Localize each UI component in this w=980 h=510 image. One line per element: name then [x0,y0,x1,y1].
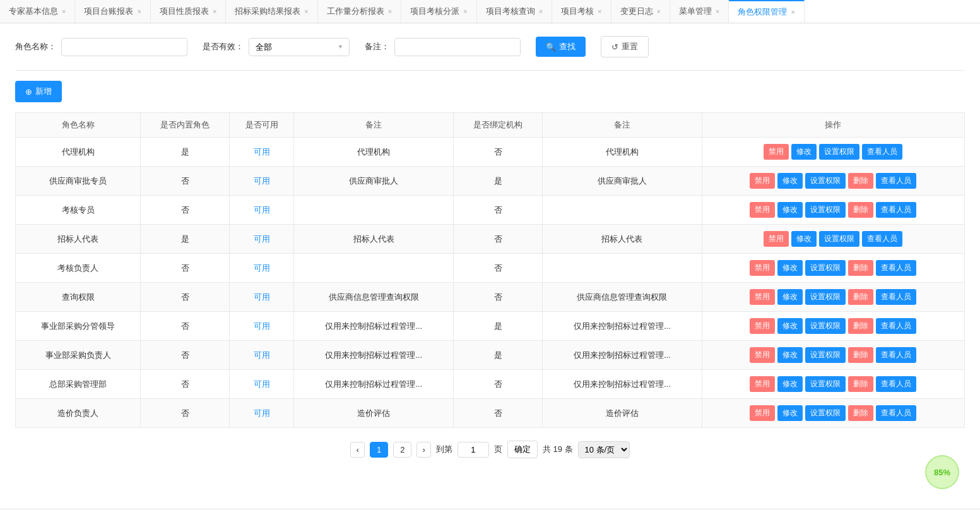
view-btn-3[interactable]: 查看人员 [862,231,902,247]
edit-btn-1[interactable]: 修改 [777,173,803,189]
delete-btn-1[interactable]: 删除 [848,173,873,189]
prev-page-button[interactable]: ‹ [350,442,364,458]
disable-btn-7[interactable]: 禁用 [750,347,775,363]
disable-btn-0[interactable]: 禁用 [764,144,789,160]
disable-btn-5[interactable]: 禁用 [750,289,775,305]
cell-3-5: 招标人代表 [542,225,702,254]
edit-btn-0[interactable]: 修改 [791,144,817,160]
permission-btn-9[interactable]: 设置权限 [805,405,846,421]
per-page-select[interactable]: 10 条/页 20 条/页 50 条/页 [578,441,630,458]
tab-close-icon[interactable]: × [213,8,216,15]
role-name-input[interactable] [61,38,187,56]
disable-btn-4[interactable]: 禁用 [750,260,775,276]
tab-close-icon[interactable]: × [304,8,308,15]
tab-close-icon[interactable]: × [598,8,601,15]
cell-6-2: 可用 [230,312,294,341]
tab-close-icon[interactable]: × [137,8,141,15]
permission-btn-3[interactable]: 设置权限 [819,231,859,247]
reset-icon: ↺ [611,42,618,52]
tab-item-5[interactable]: 项目考核分派× [401,0,476,23]
tab-close-icon[interactable]: × [62,8,66,15]
disable-btn-1[interactable]: 禁用 [750,173,775,189]
permission-btn-0[interactable]: 设置权限 [819,144,859,160]
edit-btn-8[interactable]: 修改 [777,376,803,392]
tab-item-10[interactable]: 角色权限管理× [729,0,804,23]
view-btn-1[interactable]: 查看人员 [876,173,916,189]
action-cell-7: 禁用修改设置权限删除查看人员 [702,341,964,370]
action-buttons-3: 禁用修改设置权限查看人员 [707,231,959,247]
table-row: 查询权限否可用供应商信息管理查询权限否供应商信息管理查询权限禁用修改设置权限删除… [16,283,965,312]
table-row: 考核负责人否可用否禁用修改设置权限删除查看人员 [16,254,965,283]
permission-btn-4[interactable]: 设置权限 [805,260,846,276]
edit-btn-2[interactable]: 修改 [777,202,803,218]
disable-btn-2[interactable]: 禁用 [750,202,775,218]
permission-btn-1[interactable]: 设置权限 [805,173,846,189]
disable-btn-8[interactable]: 禁用 [750,376,775,392]
goto-input[interactable] [458,442,489,458]
cell-8-0: 总部采购管理部 [16,370,141,399]
permission-btn-6[interactable]: 设置权限 [805,318,846,334]
view-btn-6[interactable]: 查看人员 [876,318,916,334]
delete-btn-7[interactable]: 删除 [848,347,873,363]
edit-btn-4[interactable]: 修改 [777,260,803,276]
cell-1-2: 可用 [230,167,294,196]
next-page-button[interactable]: › [416,442,430,458]
edit-btn-6[interactable]: 修改 [777,318,803,334]
view-btn-8[interactable]: 查看人员 [876,376,916,392]
permission-btn-8[interactable]: 设置权限 [805,376,846,392]
delete-btn-9[interactable]: 删除 [848,405,873,421]
tab-item-3[interactable]: 招标采购结果报表× [226,0,317,23]
tab-item-4[interactable]: 工作量分析报表× [318,0,401,23]
permission-btn-2[interactable]: 设置权限 [805,202,846,218]
delete-btn-6[interactable]: 删除 [848,318,873,334]
tab-close-icon[interactable]: × [716,8,719,15]
remark-label: 备注： [365,41,389,52]
tab-item-6[interactable]: 项目考核查询× [477,0,552,23]
plus-icon: ⊕ [25,87,32,97]
is-valid-select[interactable]: 全部 是 否 [249,38,350,56]
view-btn-9[interactable]: 查看人员 [876,405,916,421]
disable-btn-3[interactable]: 禁用 [764,231,789,247]
edit-btn-3[interactable]: 修改 [791,231,817,247]
action-buttons-5: 禁用修改设置权限删除查看人员 [707,289,959,305]
delete-btn-5[interactable]: 删除 [848,289,873,305]
permission-btn-7[interactable]: 设置权限 [805,347,846,363]
tab-close-icon[interactable]: × [791,8,794,16]
tab-close-icon[interactable]: × [388,8,392,15]
tab-item-9[interactable]: 菜单管理× [670,0,729,23]
cell-6-0: 事业部采购分管领导 [16,312,141,341]
disable-btn-6[interactable]: 禁用 [750,318,775,334]
is-valid-field: 是否有效： 全部 是 否 [203,38,350,56]
tab-item-1[interactable]: 项目台账报表× [75,0,150,23]
col-header-6: 操作 [702,113,964,138]
page-2-button[interactable]: 2 [393,442,411,458]
delete-btn-8[interactable]: 删除 [848,376,873,392]
tab-item-2[interactable]: 项目性质报表× [151,0,226,23]
tab-label: 招标采购结果报表 [235,6,300,17]
page-1-button[interactable]: 1 [370,442,388,458]
add-button[interactable]: ⊕ 新增 [15,81,62,102]
remark-input[interactable] [394,38,521,56]
edit-btn-7[interactable]: 修改 [777,347,803,363]
view-btn-0[interactable]: 查看人员 [862,144,902,160]
tab-bar: 专家基本信息×项目台账报表×项目性质报表×招标采购结果报表×工作量分析报表×项目… [0,0,980,23]
tab-close-icon[interactable]: × [463,8,467,15]
tab-item-0[interactable]: 专家基本信息× [0,0,75,23]
tab-item-7[interactable]: 项目考核× [552,0,611,23]
disable-btn-9[interactable]: 禁用 [750,405,775,421]
view-btn-2[interactable]: 查看人员 [876,202,916,218]
goto-confirm-button[interactable]: 确定 [507,441,538,458]
delete-btn-2[interactable]: 删除 [848,202,873,218]
view-btn-5[interactable]: 查看人员 [876,289,916,305]
tab-item-8[interactable]: 变更日志× [611,0,670,23]
search-button[interactable]: 🔍 查找 [536,37,586,57]
reset-button[interactable]: ↺ 重置 [601,36,649,57]
edit-btn-5[interactable]: 修改 [777,289,803,305]
view-btn-4[interactable]: 查看人员 [876,260,916,276]
tab-close-icon[interactable]: × [657,8,661,15]
permission-btn-5[interactable]: 设置权限 [805,289,846,305]
edit-btn-9[interactable]: 修改 [777,405,803,421]
tab-close-icon[interactable]: × [539,8,543,15]
delete-btn-4[interactable]: 删除 [848,260,873,276]
view-btn-7[interactable]: 查看人员 [876,347,916,363]
